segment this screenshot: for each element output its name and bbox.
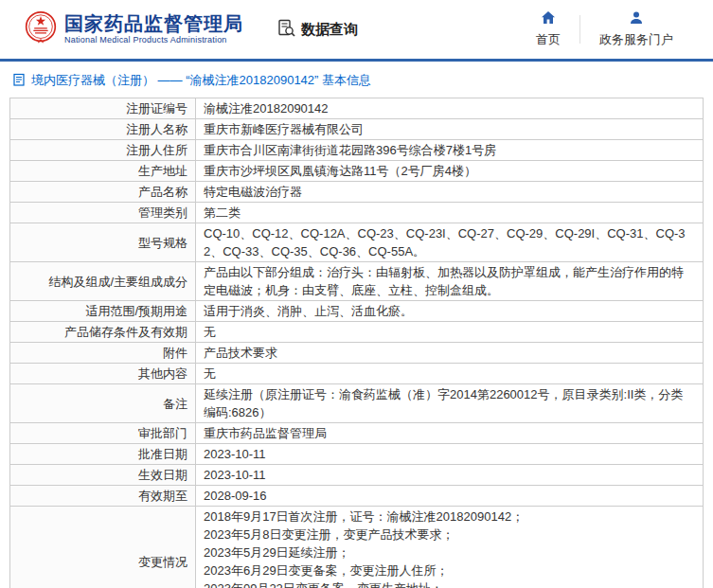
row-value: CQ-10、CQ-12、CQ-12A、CQ-23、CQ-23I、CQ-27、CQ… xyxy=(196,223,704,262)
table-row: 变更情况2018年9月17日首次注册，证号：渝械注准20182090142； 2… xyxy=(10,507,704,588)
table-row: 生产地址重庆市沙坪坝区凤凰镇海达路11号（2号厂房4楼） xyxy=(10,161,704,182)
row-label: 其他内容 xyxy=(10,364,196,384)
table-row: 产品储存条件及有效期无 xyxy=(10,322,704,343)
site-header: 国家药品监督管理局 National Medical Products Admi… xyxy=(0,0,713,59)
breadcrumb: 境内医疗器械（注册） —— “渝械注准20182090142” 基本信息 xyxy=(0,62,713,98)
nav-home[interactable]: 首页 xyxy=(517,10,579,48)
row-value: 无 xyxy=(196,322,704,343)
org-name-en: National Medical Products Administration xyxy=(64,35,243,45)
top-nav: 首页 政务服务门户 xyxy=(517,10,692,48)
row-value: 无 xyxy=(196,364,704,384)
table-row: 附件产品技术要求 xyxy=(10,343,704,364)
table-row: 生效日期2023-10-11 xyxy=(10,465,704,486)
row-value: 渝械注准20182090142 xyxy=(196,98,704,119)
home-icon xyxy=(541,10,556,28)
row-label: 注册人住所 xyxy=(10,140,196,161)
row-label: 管理类别 xyxy=(10,203,196,223)
row-label: 批准日期 xyxy=(10,444,196,465)
nav-portal-label: 政务服务门户 xyxy=(599,31,673,48)
row-value: 2023-10-11 xyxy=(196,465,704,486)
row-value: 特定电磁波治疗器 xyxy=(196,182,704,203)
row-value: 重庆市药品监督管理局 xyxy=(196,423,704,444)
row-value: 适用于消炎、消肿、止泻、活血化瘀。 xyxy=(196,301,704,322)
row-label: 变更情况 xyxy=(10,507,196,588)
data-query-nav[interactable]: 数据查询 xyxy=(277,19,358,41)
table-row: 批准日期2023-10-11 xyxy=(10,444,704,465)
org-name-cn: 国家药品监督管理局 xyxy=(64,13,243,35)
data-query-label: 数据查询 xyxy=(301,21,358,39)
row-label: 备注 xyxy=(10,384,196,423)
row-label: 型号规格 xyxy=(10,223,196,262)
row-value: 产品由以下部分组成：治疗头：由辐射板、加热器以及防护罩组成，能产生治疗作用的特定… xyxy=(196,262,704,301)
row-label: 附件 xyxy=(10,343,196,364)
nav-home-label: 首页 xyxy=(536,31,561,48)
row-label: 注册人名称 xyxy=(10,119,196,140)
row-value: 产品技术要求 xyxy=(196,343,704,364)
table-row: 备注延续注册（原注册证号：渝食药监械（准）字2014第2260012号，原目录类… xyxy=(10,384,704,423)
row-label: 产品储存条件及有效期 xyxy=(10,322,196,343)
row-value: 2018年9月17日首次注册，证号：渝械注准20182090142； 2023年… xyxy=(196,507,704,588)
row-label: 适用范围/预期用途 xyxy=(10,301,196,322)
row-label: 生产地址 xyxy=(10,161,196,182)
breadcrumb-text: 境内医疗器械（注册） —— “渝械注准20182090142” 基本信息 xyxy=(31,72,371,89)
table-row: 结构及组成/主要组成成分产品由以下部分组成：治疗头：由辐射板、加热器以及防护罩组… xyxy=(10,262,704,301)
nav-portal[interactable]: 政务服务门户 xyxy=(580,10,692,48)
table-row: 注册证编号渝械注准20182090142 xyxy=(10,98,704,119)
document-search-icon xyxy=(277,19,296,41)
table-row: 注册人住所重庆市合川区南津街街道花园路396号综合楼7楼1号房 xyxy=(10,140,704,161)
row-label: 产品名称 xyxy=(10,182,196,203)
row-value: 第二类 xyxy=(196,203,704,223)
row-value: 重庆市沙坪坝区凤凰镇海达路11号（2号厂房4楼） xyxy=(196,161,704,182)
info-table: 注册证编号渝械注准20182090142注册人名称重庆市新峰医疗器械有限公司注册… xyxy=(9,98,704,588)
row-label: 有效期至 xyxy=(10,486,196,507)
row-value: 2023-10-11 xyxy=(196,444,704,465)
row-value: 2028-09-16 xyxy=(196,486,704,507)
table-row: 审批部门重庆市药品监督管理局 xyxy=(10,423,704,444)
row-label: 结构及组成/主要组成成分 xyxy=(10,262,196,301)
table-row: 型号规格CQ-10、CQ-12、CQ-12A、CQ-23、CQ-23I、CQ-2… xyxy=(10,223,704,262)
row-label: 审批部门 xyxy=(10,423,196,444)
row-label: 生效日期 xyxy=(10,465,196,486)
table-row: 有效期至2028-09-16 xyxy=(10,486,704,507)
row-value: 重庆市合川区南津街街道花园路396号综合楼7楼1号房 xyxy=(196,140,704,161)
row-value: 延续注册（原注册证号：渝食药监械（准）字2014第2260012号，原目录类别:… xyxy=(196,384,704,423)
table-row: 产品名称特定电磁波治疗器 xyxy=(10,182,704,203)
info-table-body: 注册证编号渝械注准20182090142注册人名称重庆市新峰医疗器械有限公司注册… xyxy=(10,98,704,588)
table-row: 注册人名称重庆市新峰医疗器械有限公司 xyxy=(10,119,704,140)
person-icon xyxy=(629,10,644,28)
row-value: 重庆市新峰医疗器械有限公司 xyxy=(196,119,704,140)
table-row: 其他内容无 xyxy=(10,364,704,384)
row-label: 注册证编号 xyxy=(10,98,196,119)
site-logo[interactable]: 国家药品监督管理局 National Medical Products Admi… xyxy=(25,10,243,48)
table-row: 管理类别第二类 xyxy=(10,203,704,223)
table-row: 适用范围/预期用途适用于消炎、消肿、止泻、活血化瘀。 xyxy=(10,301,704,322)
national-emblem-icon xyxy=(25,10,57,48)
page-icon xyxy=(12,73,26,89)
